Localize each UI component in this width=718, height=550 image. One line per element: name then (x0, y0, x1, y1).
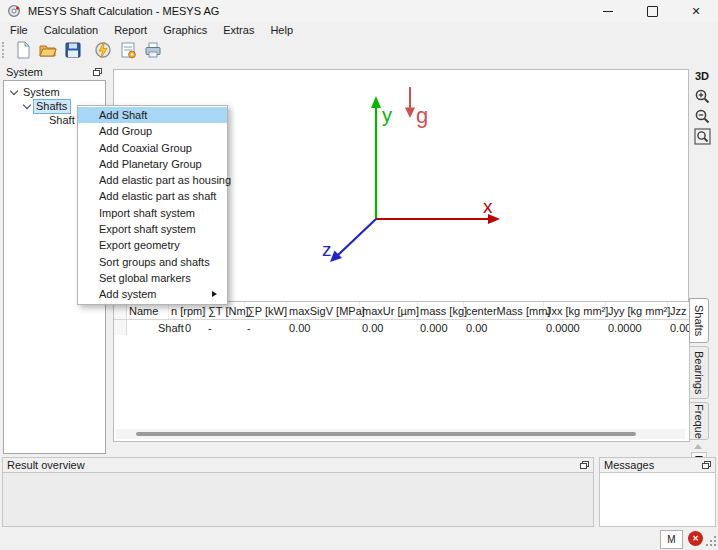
open-file-icon (39, 41, 57, 59)
col-jyy[interactable]: Jyy [kg mm²] (606, 302, 668, 319)
chevron-down-icon[interactable] (23, 100, 31, 108)
cell-n: 0 (169, 320, 206, 335)
view-toolbar: 3D (689, 70, 715, 146)
menu-add-coaxial-group[interactable]: Add Coaxial Group (78, 140, 227, 156)
tree-item-system[interactable]: System (11, 85, 60, 99)
tab-scroll-up-icon[interactable] (694, 444, 702, 449)
cell-centermass: 0.00 (464, 320, 544, 335)
chevron-down-icon[interactable] (10, 86, 18, 94)
y-axis-label: y (382, 104, 392, 126)
messages-header: Messages (600, 458, 715, 473)
row-header (114, 320, 127, 335)
zoom-out-button[interactable] (692, 106, 712, 126)
col-jxx[interactable]: Jxx [kg mm²] (544, 302, 606, 319)
menu-report[interactable]: Report (106, 22, 155, 38)
menu-add-planetary-group[interactable]: Add Planetary Group (78, 156, 227, 172)
menu-import-shaft-system[interactable]: Import shaft system (78, 205, 227, 221)
gravity-label: g (416, 103, 428, 128)
app-window: MESYS Shaft Calculation - MESYS AG ✕ Fil… (0, 0, 718, 550)
zoom-out-icon (694, 108, 711, 125)
view-3d-button[interactable]: 3D (695, 70, 709, 82)
table-row[interactable]: Shaft 0 - - 0.00 0.00 0.000 0.00 0.0000 … (114, 320, 689, 335)
table-header-row: Name n [rpm] ∑T [Nm] ∑P [kW] maxSigV [MP… (114, 302, 689, 320)
menu-add-elastic-shaft[interactable]: Add elastic part as shaft (78, 188, 227, 204)
menu-add-shaft[interactable]: Add Shaft (78, 107, 227, 123)
scrollbar-thumb[interactable] (136, 432, 636, 436)
new-file-button[interactable] (10, 39, 35, 61)
shafts-table: Name n [rpm] ∑T [Nm] ∑P [kW] maxSigV [MP… (113, 301, 690, 442)
result-overview-content (3, 473, 593, 526)
tree-item-label: Shaft (49, 114, 75, 126)
tree-item-label: System (23, 86, 60, 98)
tab-frequencies[interactable]: Freque (689, 402, 709, 440)
zoom-in-button[interactable] (692, 86, 712, 106)
menu-add-group[interactable]: Add Group (78, 123, 227, 139)
float-panel-icon[interactable] (580, 461, 589, 469)
menu-help[interactable]: Help (262, 22, 301, 38)
messages-toggle-button[interactable]: M (660, 530, 683, 549)
open-file-button[interactable] (35, 39, 60, 61)
cell-jyy: 0.0000 (606, 320, 668, 335)
resize-grip[interactable] (706, 536, 716, 546)
col-centermass[interactable]: centerMass [mm] (464, 302, 544, 319)
col-maxur[interactable]: maxUr [µm] (360, 302, 418, 319)
col-power[interactable]: ∑P [kW] (245, 302, 287, 319)
run-calculation-button[interactable] (90, 39, 115, 61)
menu-add-system[interactable]: Add system (78, 286, 227, 302)
window-title: MESYS Shaft Calculation - MESYS AG (28, 5, 219, 17)
cell-mass: 0.000 (418, 320, 464, 335)
window-maximize-button[interactable] (630, 0, 674, 22)
x-axis-label: x (483, 196, 493, 217)
zoom-fit-button[interactable] (692, 126, 712, 146)
menu-extras[interactable]: Extras (215, 22, 262, 38)
calculate-lightning-icon (94, 41, 112, 59)
result-overview-header: Result overview (3, 458, 593, 473)
messages-title: Messages (604, 459, 654, 471)
print-button[interactable] (140, 39, 165, 61)
z-axis-line (338, 219, 376, 255)
toolbar-grip[interactable] (2, 42, 7, 58)
menu-sort-groups-shafts[interactable]: Sort groups and shafts (78, 254, 227, 270)
toolbar (0, 38, 718, 62)
menu-file[interactable]: File (2, 22, 36, 38)
window-minimize-button[interactable] (586, 0, 630, 22)
error-status-icon[interactable]: ✕ (688, 531, 703, 546)
menu-graphics[interactable]: Graphics (155, 22, 215, 38)
z-axis-label: z (322, 239, 332, 260)
cell-torque: - (206, 320, 245, 335)
zoom-in-icon (694, 88, 711, 105)
menu-export-shaft-system[interactable]: Export shaft system (78, 221, 227, 237)
float-panel-icon[interactable] (702, 461, 711, 469)
result-overview-panel: Result overview (2, 457, 594, 527)
cell-maxsigv: 0.00 (287, 320, 360, 335)
tab-shafts[interactable]: Shafts (689, 298, 709, 343)
messages-content (600, 473, 715, 526)
context-menu: Add Shaft Add Group Add Coaxial Group Ad… (77, 105, 228, 305)
app-logo-icon (7, 4, 21, 18)
float-panel-icon[interactable] (93, 68, 102, 76)
tab-bearings[interactable]: Bearings (689, 346, 709, 399)
system-panel-title: System (6, 66, 43, 78)
cell-power: - (245, 320, 287, 335)
y-axis-arrowhead (371, 96, 381, 108)
submenu-arrow-icon (212, 291, 217, 297)
generate-report-button[interactable] (115, 39, 140, 61)
title-bar: MESYS Shaft Calculation - MESYS AG ✕ (0, 0, 718, 22)
col-mass[interactable]: mass [kg] (418, 302, 464, 319)
report-icon (119, 41, 137, 59)
save-file-button[interactable] (60, 39, 85, 61)
window-close-button[interactable]: ✕ (674, 0, 718, 22)
tree-item-shaft[interactable]: Shaft (49, 113, 75, 127)
col-maxsigv[interactable]: maxSigV [MPa] (287, 302, 360, 319)
status-bar: M ✕ (0, 527, 718, 550)
menu-add-elastic-housing[interactable]: Add elastic part as housing (78, 172, 227, 188)
col-jzz[interactable]: Jzz [kg mm²] (668, 302, 690, 319)
cell-name: Shaft (127, 320, 169, 335)
table-horizontal-scrollbar[interactable] (116, 429, 685, 439)
menu-set-global-markers[interactable]: Set global markers (78, 270, 227, 286)
menu-export-geometry[interactable]: Export geometry (78, 237, 227, 253)
menu-calculation[interactable]: Calculation (36, 22, 106, 38)
tree-item-shafts[interactable]: Shafts (24, 99, 71, 113)
menu-bar: File Calculation Report Graphics Extras … (0, 22, 718, 38)
cell-maxur: 0.00 (360, 320, 418, 335)
